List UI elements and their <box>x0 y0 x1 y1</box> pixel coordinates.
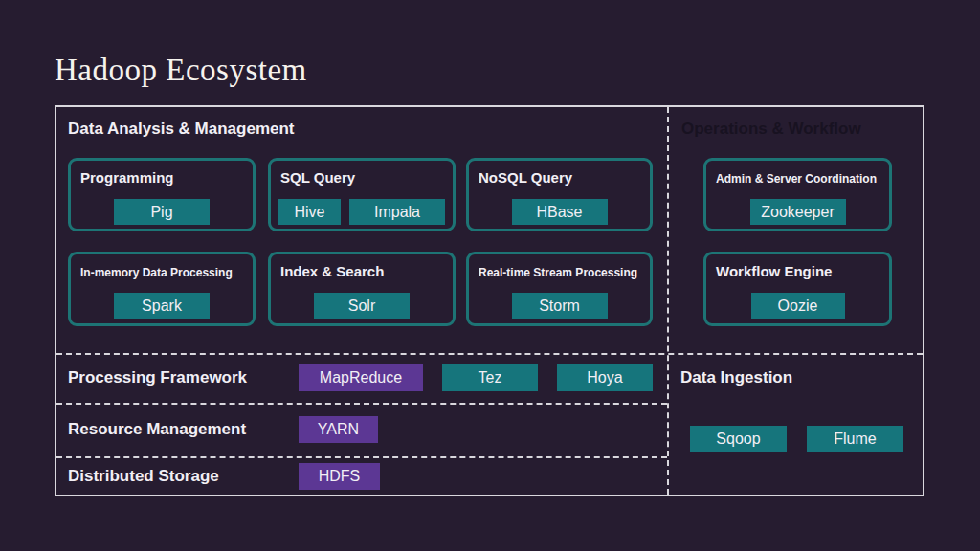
card-title: Index & Search <box>280 263 453 279</box>
tech-chip-hbase: HBase <box>512 199 608 225</box>
tech-chip-flume: Flume <box>807 426 903 452</box>
card-admin-server-coordination: Admin & Server Coordination Zookeeper <box>703 158 892 231</box>
vertical-dashed-divider <box>667 107 669 495</box>
horizontal-dashed-divider-bottom <box>56 456 667 458</box>
tech-chip-hoya: Hoya <box>557 364 653 391</box>
card-title: Programming <box>80 169 253 186</box>
tech-chip-tez: Tez <box>442 364 538 391</box>
card-title: SQL Query <box>280 169 453 186</box>
page-title: Hadoop Ecosystem <box>55 53 307 87</box>
card-title: Admin & Server Coordination <box>716 171 889 187</box>
hadoop-ecosystem-slide: Hadoop Ecosystem Data Analysis & Managem… <box>0 0 980 551</box>
chip-row: Storm <box>475 293 644 319</box>
horizontal-dashed-divider-middle <box>56 403 667 405</box>
card-in-memory-processing: In-memory Data Processing Spark <box>68 252 256 326</box>
chip-row: Pig <box>77 199 247 225</box>
layer-label-distributed-storage: Distributed Storage <box>68 466 219 486</box>
chip-row: Spark <box>77 293 247 319</box>
chip-row: Zookeeper <box>712 199 883 225</box>
chip-row: Solr <box>277 293 447 319</box>
section-header-data-analysis: Data Analysis & Management <box>68 120 295 139</box>
card-nosql-query: NoSQL Query HBase <box>466 158 653 231</box>
tech-chip-oozie: Oozie <box>751 293 845 319</box>
chip-row: Hive Impala <box>277 199 447 225</box>
card-workflow-engine: Workflow Engine Oozie <box>703 252 892 326</box>
horizontal-dashed-divider-top <box>56 353 923 355</box>
tech-chip-yarn: YARN <box>299 416 378 443</box>
card-sql-query: SQL Query Hive Impala <box>268 158 456 231</box>
card-title: Real-time Stream Processing <box>479 265 650 281</box>
section-header-operations-workflow: Operations & Workflow <box>681 120 861 139</box>
tech-chip-pig: Pig <box>114 199 210 225</box>
tech-chip-mapreduce: MapReduce <box>299 364 423 391</box>
tech-chip-hdfs: HDFS <box>299 463 380 490</box>
layer-label-processing-framework: Processing Framework <box>68 367 247 387</box>
card-title: In-memory Data Processing <box>80 265 253 281</box>
card-title: Workflow Engine <box>716 263 889 279</box>
layer-label-resource-management: Resource Management <box>68 419 246 439</box>
tech-chip-spark: Spark <box>114 293 210 319</box>
card-index-search: Index & Search Solr <box>268 252 456 326</box>
diagram-frame: Data Analysis & Management Operations & … <box>55 105 924 496</box>
tech-chip-sqoop: Sqoop <box>690 426 787 452</box>
tech-chip-solr: Solr <box>314 293 410 319</box>
tech-chip-zookeeper: Zookeeper <box>750 199 846 225</box>
chip-row: HBase <box>475 199 644 225</box>
chip-row: Oozie <box>712 293 883 319</box>
card-realtime-stream-processing: Real-time Stream Processing Storm <box>466 252 653 326</box>
card-programming: Programming Pig <box>68 158 256 231</box>
tech-chip-impala: Impala <box>349 199 445 225</box>
tech-chip-storm: Storm <box>512 293 608 319</box>
card-title: NoSQL Query <box>479 169 650 186</box>
section-header-data-ingestion: Data Ingestion <box>680 367 792 387</box>
tech-chip-hive: Hive <box>278 199 341 225</box>
